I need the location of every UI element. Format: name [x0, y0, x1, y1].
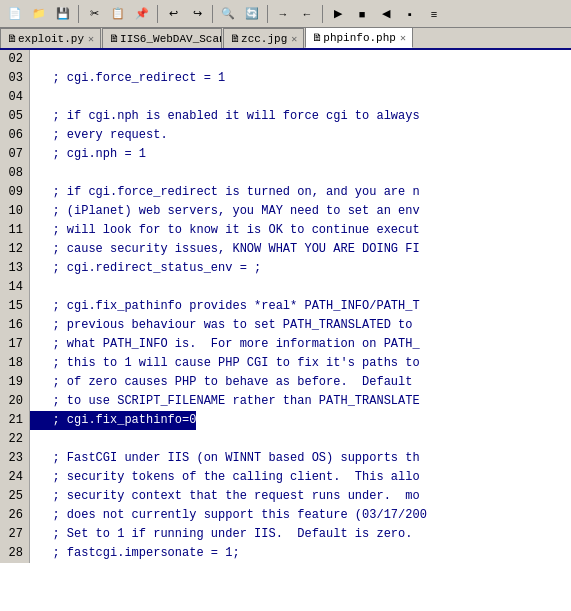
line-content[interactable]: ; if cgi.force_redirect is turned on, an…	[30, 183, 420, 202]
tab-label-iis6: IIS6_WebDAV_Scanner.py	[120, 33, 222, 45]
line-content[interactable]: ; of zero causes PHP to behave as before…	[30, 373, 412, 392]
toolbar-btn-misc5[interactable]: ≡	[423, 3, 445, 25]
line-content[interactable]: ; will look for to know it is OK to cont…	[30, 221, 420, 240]
toolbar-btn-cut[interactable]: ✂	[83, 3, 105, 25]
line-content[interactable]	[30, 278, 38, 297]
toolbar-btn-misc1[interactable]: ▶	[327, 3, 349, 25]
line-number: 21	[0, 411, 30, 430]
toolbar-btn-new[interactable]: 📄	[4, 3, 26, 25]
tab-exploit-py[interactable]: 🗎 exploit.py ✕	[0, 28, 101, 48]
toolbar-btn-undo[interactable]: ↩	[162, 3, 184, 25]
line-content[interactable]: ; cause security issues, KNOW WHAT YOU A…	[30, 240, 420, 259]
toolbar-btn-outdent[interactable]: ←	[296, 3, 318, 25]
toolbar-btn-misc3[interactable]: ◀	[375, 3, 397, 25]
line-content[interactable]: ; cgi.fix_pathinfo=0	[30, 411, 196, 430]
line-content[interactable]: ; cgi.nph = 1	[30, 145, 146, 164]
line-number: 12	[0, 240, 30, 259]
toolbar-btn-redo[interactable]: ↪	[186, 3, 208, 25]
tab-iis6-scanner[interactable]: 🗎 IIS6_WebDAV_Scanner.py ✕	[102, 28, 222, 48]
tab-close-phpinfo[interactable]: ✕	[400, 32, 406, 44]
tab-phpinfo-php[interactable]: 🗎 phpinfo.php ✕	[305, 27, 413, 48]
code-line-06: 06 ; every request.	[0, 126, 571, 145]
line-number: 15	[0, 297, 30, 316]
code-line-17: 17 ; what PATH_INFO is. For more informa…	[0, 335, 571, 354]
line-number: 25	[0, 487, 30, 506]
code-line-28: 28 ; fastcgi.impersonate = 1;	[0, 544, 571, 563]
code-line-05: 05 ; if cgi.nph is enabled it will force…	[0, 107, 571, 126]
line-number: 03	[0, 69, 30, 88]
toolbar-btn-replace[interactable]: 🔄	[241, 3, 263, 25]
line-number: 06	[0, 126, 30, 145]
code-line-13: 13 ; cgi.redirect_status_env = ;	[0, 259, 571, 278]
code-editor: 0203 ; cgi.force_redirect = 10405 ; if c…	[0, 50, 571, 563]
line-number: 13	[0, 259, 30, 278]
line-number: 08	[0, 164, 30, 183]
toolbar-sep-5	[322, 5, 323, 23]
line-number: 05	[0, 107, 30, 126]
toolbar-btn-paste[interactable]: 📌	[131, 3, 153, 25]
line-content[interactable]: ; FastCGI under IIS (on WINNT based OS) …	[30, 449, 420, 468]
line-number: 19	[0, 373, 30, 392]
line-number: 17	[0, 335, 30, 354]
line-number: 16	[0, 316, 30, 335]
tab-zcc-jpg[interactable]: 🗎 zcc.jpg ✕	[223, 28, 304, 48]
code-line-26: 26 ; does not currently support this fea…	[0, 506, 571, 525]
line-content[interactable]: ; Set to 1 if running under IIS. Default…	[30, 525, 412, 544]
line-content[interactable]: ; every request.	[30, 126, 168, 145]
toolbar-sep-1	[78, 5, 79, 23]
code-line-11: 11 ; will look for to know it is OK to c…	[0, 221, 571, 240]
code-line-24: 24 ; security tokens of the calling clie…	[0, 468, 571, 487]
toolbar: 📄 📁 💾 ✂ 📋 📌 ↩ ↪ 🔍 🔄 → ← ▶ ■ ◀ ▪ ≡	[0, 0, 571, 28]
code-line-10: 10 ; (iPlanet) web servers, you MAY need…	[0, 202, 571, 221]
line-number: 20	[0, 392, 30, 411]
toolbar-btn-find[interactable]: 🔍	[217, 3, 239, 25]
line-content[interactable]: ; what PATH_INFO is. For more informatio…	[30, 335, 420, 354]
line-content[interactable]: ; previous behaviour was to set PATH_TRA…	[30, 316, 412, 335]
line-content[interactable]: ; this to 1 will cause PHP CGI to fix it…	[30, 354, 420, 373]
line-number: 09	[0, 183, 30, 202]
line-content[interactable]: ; cgi.fix_pathinfo provides *real* PATH_…	[30, 297, 420, 316]
toolbar-btn-indent[interactable]: →	[272, 3, 294, 25]
toolbar-sep-3	[212, 5, 213, 23]
toolbar-btn-copy[interactable]: 📋	[107, 3, 129, 25]
line-content[interactable]: ; to use SCRIPT_FILENAME rather than PAT…	[30, 392, 420, 411]
line-content[interactable]: ; does not currently support this featur…	[30, 506, 427, 525]
code-line-25: 25 ; security context that the request r…	[0, 487, 571, 506]
line-number: 07	[0, 145, 30, 164]
tab-bar: 🗎 exploit.py ✕ 🗎 IIS6_WebDAV_Scanner.py …	[0, 28, 571, 50]
line-content[interactable]	[30, 50, 38, 69]
toolbar-btn-save[interactable]: 💾	[52, 3, 74, 25]
toolbar-btn-misc2[interactable]: ■	[351, 3, 373, 25]
line-content[interactable]: ; fastcgi.impersonate = 1;	[30, 544, 240, 563]
line-content[interactable]: ; if cgi.nph is enabled it will force cg…	[30, 107, 420, 126]
line-content[interactable]	[30, 88, 38, 107]
line-number: 11	[0, 221, 30, 240]
code-line-21: 21 ; cgi.fix_pathinfo=0	[0, 411, 571, 430]
tab-label-phpinfo: phpinfo.php	[323, 32, 396, 44]
line-number: 04	[0, 88, 30, 107]
line-number: 26	[0, 506, 30, 525]
code-line-03: 03 ; cgi.force_redirect = 1	[0, 69, 571, 88]
line-content[interactable]	[30, 430, 38, 449]
tab-icon-exploit: 🗎	[7, 32, 18, 45]
toolbar-sep-4	[267, 5, 268, 23]
line-number: 22	[0, 430, 30, 449]
line-content[interactable]: ; security tokens of the calling client.…	[30, 468, 420, 487]
tab-icon-iis6: 🗎	[109, 32, 120, 45]
tab-close-exploit[interactable]: ✕	[88, 33, 94, 45]
toolbar-btn-open[interactable]: 📁	[28, 3, 50, 25]
code-line-14: 14	[0, 278, 571, 297]
code-line-07: 07 ; cgi.nph = 1	[0, 145, 571, 164]
line-content[interactable]: ; cgi.redirect_status_env = ;	[30, 259, 261, 278]
code-line-19: 19 ; of zero causes PHP to behave as bef…	[0, 373, 571, 392]
line-number: 24	[0, 468, 30, 487]
toolbar-btn-misc4[interactable]: ▪	[399, 3, 421, 25]
line-content[interactable]: ; security context that the request runs…	[30, 487, 420, 506]
line-content[interactable]: ; (iPlanet) web servers, you MAY need to…	[30, 202, 420, 221]
tab-label-exploit: exploit.py	[18, 33, 84, 45]
line-number: 10	[0, 202, 30, 221]
line-content[interactable]	[30, 164, 38, 183]
tab-close-zcc[interactable]: ✕	[291, 33, 297, 45]
line-content[interactable]: ; cgi.force_redirect = 1	[30, 69, 225, 88]
code-line-15: 15 ; cgi.fix_pathinfo provides *real* PA…	[0, 297, 571, 316]
